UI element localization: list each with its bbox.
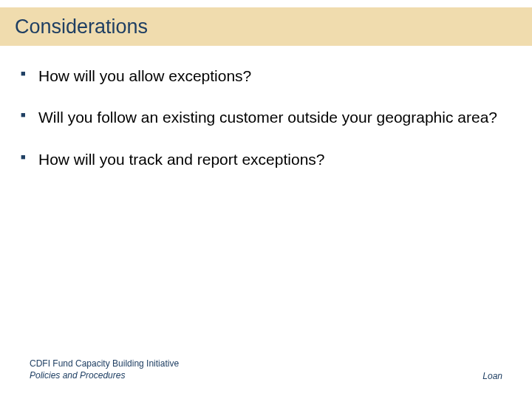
footer-line2: Policies and Procedures (30, 369, 179, 381)
slide: Considerations How will you allow except… (0, 0, 532, 399)
footer: CDFI Fund Capacity Building Initiative P… (30, 358, 502, 381)
list-item: Will you follow an existing customer out… (18, 108, 514, 127)
content-area: How will you allow exceptions? Will you … (18, 66, 514, 191)
slide-title: Considerations (15, 16, 148, 38)
footer-line1: CDFI Fund Capacity Building Initiative (30, 358, 179, 369)
list-item: How will you track and report exceptions… (18, 150, 514, 169)
list-item: How will you allow exceptions? (18, 66, 514, 86)
footer-left: CDFI Fund Capacity Building Initiative P… (30, 358, 179, 381)
bullet-list: How will you allow exceptions? Will you … (18, 66, 514, 169)
title-bar: Considerations (0, 7, 532, 46)
footer-right: Loan (482, 371, 502, 381)
